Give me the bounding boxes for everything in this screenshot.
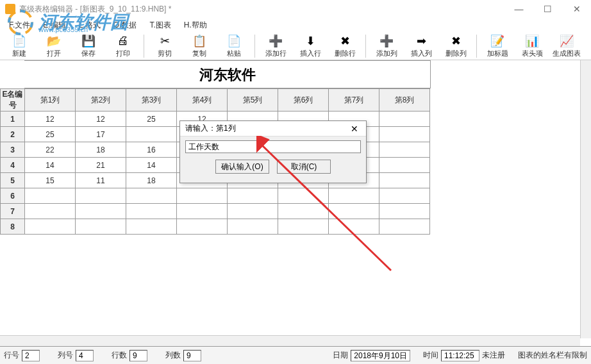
row-header[interactable]: 4 — [1, 158, 25, 173]
titlebar: 高级表格编辑器 - [新图表_9_10_11:9.HNB] * — ☐ ✕ — [0, 0, 591, 18]
data-cell[interactable] — [379, 112, 430, 127]
column-header[interactable]: 第1列 — [25, 89, 76, 112]
data-cell[interactable]: 25 — [25, 127, 76, 142]
addrow-button[interactable]: ➕添加行 — [259, 33, 292, 59]
data-cell[interactable]: 16 — [126, 142, 177, 158]
dialog-ok-button[interactable]: 确认输入(O) — [215, 160, 269, 174]
print-button[interactable]: 🖨打印 — [106, 33, 140, 59]
sheet-title: 河东软件 — [24, 60, 431, 88]
column-header[interactable]: 第8列 — [379, 89, 430, 112]
data-cell[interactable]: 18 — [126, 173, 177, 188]
row-header[interactable]: 7 — [1, 204, 25, 219]
data-cell[interactable]: 12 — [25, 112, 76, 127]
data-cell[interactable] — [278, 219, 329, 235]
status-row-label: 行号 — [4, 350, 19, 361]
genchart-button[interactable]: 📈生成图表 — [550, 33, 583, 59]
column-header[interactable]: 第3列 — [126, 89, 177, 112]
menu-edit[interactable]: E.编辑 — [38, 19, 71, 32]
addcol-button[interactable]: ➕添加列 — [370, 33, 403, 59]
data-cell[interactable]: 15 — [25, 173, 76, 188]
data-cell[interactable]: 25 — [126, 112, 177, 127]
data-cell[interactable] — [126, 204, 177, 219]
menu-chart[interactable]: T.图表 — [144, 19, 176, 32]
data-cell[interactable] — [126, 188, 177, 204]
data-cell[interactable] — [126, 219, 177, 235]
data-cell[interactable] — [25, 204, 76, 219]
row-header[interactable]: 5 — [1, 173, 25, 188]
data-cell[interactable] — [379, 127, 430, 142]
data-cell[interactable] — [76, 188, 126, 204]
column-header[interactable]: 第5列 — [228, 89, 278, 112]
data-cell[interactable] — [379, 173, 430, 188]
delrow-button[interactable]: ✖删除行 — [328, 33, 362, 59]
data-cell[interactable] — [379, 142, 430, 158]
status-col-value: 4 — [76, 350, 94, 361]
open-button[interactable]: 📂打开 — [37, 33, 71, 59]
row-header[interactable]: 6 — [1, 188, 25, 204]
data-cell[interactable] — [25, 219, 76, 235]
save-icon: 💾 — [81, 34, 96, 48]
menu-help[interactable]: H.帮助 — [179, 19, 212, 32]
column-header[interactable]: 第2列 — [76, 89, 126, 112]
data-cell[interactable] — [76, 219, 126, 235]
paste-button[interactable]: 📄粘贴 — [217, 33, 251, 59]
cut-icon: ✂ — [158, 34, 172, 48]
data-cell[interactable] — [177, 219, 228, 235]
data-cell[interactable] — [278, 188, 329, 204]
row-header[interactable]: 2 — [1, 127, 25, 142]
vertical-scrollbar[interactable] — [580, 60, 591, 338]
data-cell[interactable] — [329, 204, 379, 219]
menu-format[interactable]: L.格式 — [74, 19, 106, 32]
new-button[interactable]: 📄新建 — [3, 33, 36, 59]
data-cell[interactable]: 14 — [25, 158, 76, 173]
data-cell[interactable] — [228, 204, 278, 219]
data-cell[interactable] — [379, 158, 430, 173]
close-button[interactable]: ✕ — [562, 0, 591, 18]
insertcol-button[interactable]: ➡插入列 — [404, 33, 438, 59]
data-cell[interactable]: 18 — [76, 142, 126, 158]
data-cell[interactable] — [126, 127, 177, 142]
row-header[interactable]: 3 — [1, 142, 25, 158]
data-cell[interactable]: 17 — [76, 127, 126, 142]
data-cell[interactable]: 12 — [76, 112, 126, 127]
svg-rect-2 — [5, 4, 15, 14]
row-header[interactable]: 8 — [1, 219, 25, 235]
data-cell[interactable] — [379, 188, 430, 204]
data-cell[interactable] — [379, 204, 430, 219]
data-cell[interactable] — [25, 188, 76, 204]
data-cell[interactable]: 14 — [126, 158, 177, 173]
addtitle-button[interactable]: 📝加标题 — [481, 33, 514, 59]
insertrow-button[interactable]: ⬇插入行 — [294, 33, 327, 59]
data-cell[interactable]: 22 — [25, 142, 76, 158]
horizontal-scrollbar[interactable] — [0, 335, 580, 346]
data-cell[interactable] — [177, 188, 228, 204]
data-cell[interactable] — [228, 188, 278, 204]
column-header[interactable]: 第6列 — [278, 89, 329, 112]
minimize-button[interactable]: — — [504, 0, 533, 18]
dialog-close-icon[interactable]: ✕ — [348, 124, 361, 134]
data-cell[interactable] — [278, 204, 329, 219]
menu-data[interactable]: O.数据 — [108, 19, 142, 32]
column-header[interactable]: 第4列 — [177, 89, 228, 112]
header-button[interactable]: 📊表头项 — [515, 33, 549, 59]
data-cell[interactable] — [379, 219, 430, 235]
column-header[interactable]: 第7列 — [329, 89, 379, 112]
status-date-label: 日期 — [333, 350, 348, 361]
status-time-label: 时间 — [423, 350, 438, 361]
dialog-input[interactable] — [185, 140, 361, 153]
delcol-button[interactable]: ✖删除列 — [439, 33, 472, 59]
data-cell[interactable] — [177, 204, 228, 219]
data-cell[interactable] — [76, 204, 126, 219]
cut-button[interactable]: ✂剪切 — [148, 33, 181, 59]
row-header[interactable]: 1 — [1, 112, 25, 127]
data-cell[interactable] — [228, 219, 278, 235]
data-cell[interactable]: 11 — [76, 173, 126, 188]
data-cell[interactable] — [329, 188, 379, 204]
data-cell[interactable] — [329, 219, 379, 235]
menu-file[interactable]: F.文件 — [4, 19, 35, 32]
maximize-button[interactable]: ☐ — [533, 0, 562, 18]
data-cell[interactable]: 21 — [76, 158, 126, 173]
dialog-cancel-button[interactable]: 取消(C) — [277, 160, 331, 174]
copy-button[interactable]: 📋复制 — [183, 33, 216, 59]
save-button[interactable]: 💾保存 — [72, 33, 105, 59]
